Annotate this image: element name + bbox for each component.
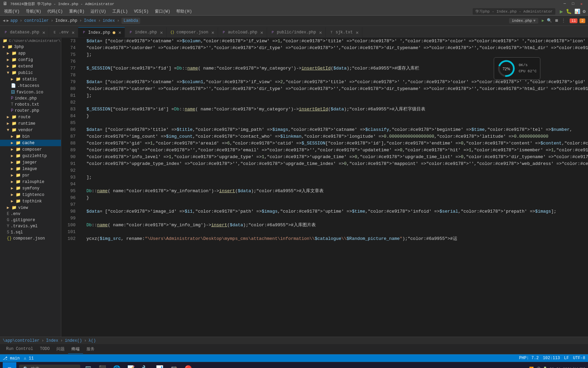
code-line[interactable]: $data = ["color:#ce9178">'image_id' => $…	[85, 208, 588, 215]
sidebar-item-runtime[interactable]: ▶ 📁 runtime	[0, 120, 61, 127]
code-line[interactable]: $data = ["color:#ce9178">'title' => $tit…	[85, 126, 588, 133]
code-line[interactable]: "color:#ce9178">'img_count' => $img_coun…	[85, 133, 588, 140]
code-line[interactable]: "color:#ce9178">'gid' => 1, "color:#ce91…	[85, 140, 588, 147]
taskbar-app1[interactable]: 🔧	[139, 362, 152, 368]
sidebar-item-ralouphie[interactable]: ▶ 📁 ralouphie	[0, 179, 61, 185]
profile-button[interactable]: 📊	[574, 9, 580, 14]
status-position[interactable]: 102:113	[543, 356, 560, 361]
code-line[interactable]: Db::name( name: "color:#ce9178">'my_info…	[85, 222, 588, 229]
run-config-play[interactable]: ▶	[542, 18, 544, 23]
code-line[interactable]: "color:#ce9178">'catorder' => "color:#ce…	[85, 45, 588, 51]
file-selector-chevron[interactable]: ▼	[533, 19, 536, 23]
taskbar-app4[interactable]: 🔴	[182, 362, 195, 368]
breadcrumb-bottom-controller[interactable]: \app\controller	[3, 338, 39, 343]
breadcrumb-app[interactable]: app	[10, 18, 18, 23]
menu-item-vcs[interactable]: VCS(S)	[131, 9, 151, 15]
code-line[interactable]: "color:#ce9178">'info_level' => 1, "colo…	[85, 154, 588, 160]
tab-index-php2[interactable]: P index.php ✕	[125, 27, 166, 37]
breadcrumb-index[interactable]: Index	[84, 18, 96, 23]
code-line[interactable]	[85, 99, 588, 106]
tab-env[interactable]: E .env ✕	[49, 27, 78, 37]
code-line[interactable]: Db::name( name: "color:#ce9178">'my_info…	[85, 188, 588, 195]
sidebar-item-psr[interactable]: ▶ 📁 psr	[0, 172, 61, 179]
tab-database-php[interactable]: P database.php ✕	[0, 27, 49, 37]
sidebar-item-topthink[interactable]: ▶ 📁 topthink	[0, 198, 61, 204]
sidebar-item-symfony[interactable]: ▶ 📁 symfony	[0, 185, 61, 191]
status-encoding[interactable]: UTF-8	[573, 356, 585, 361]
breadcrumb-controller[interactable]: controller	[24, 18, 49, 23]
sidebar-item-composer-json[interactable]: {} composer.json	[0, 235, 61, 242]
taskbar-app3[interactable]: 🎮	[167, 362, 180, 368]
breadcrumb-bottom-index-fn[interactable]: index()	[65, 338, 82, 343]
menu-item-run[interactable]: 运行(U)	[88, 8, 109, 15]
sidebar-item-guzzlehttp[interactable]: ▶ 📁 guzzlehttp	[0, 153, 61, 159]
minimize-button[interactable]: ─	[561, 2, 569, 6]
panel-tab-run-control[interactable]: Run Control	[3, 345, 36, 353]
taskbar-phpstorm[interactable]: 💻	[82, 362, 95, 368]
sidebar-item-static[interactable]: ▶ 📁 static	[0, 76, 61, 82]
sidebar-item-robots[interactable]: T robots.txt	[0, 102, 61, 108]
taskbar-date[interactable]: 2021/11/02	[563, 367, 585, 368]
sidebar-item-config[interactable]: ▶ 📁 config	[0, 57, 61, 63]
code-line[interactable]: "color:#ce9178">'upgrade_type_index' => …	[85, 160, 588, 167]
code-line[interactable]: }	[85, 113, 588, 120]
taskbar-network-icon[interactable]: 📶	[529, 367, 534, 368]
sidebar-item-router[interactable]: P router.php	[0, 108, 61, 114]
maximize-button[interactable]: □	[569, 2, 577, 6]
tab-composer-json[interactable]: {} composer.json ✕	[167, 27, 218, 37]
taskbar-app2[interactable]: 📊	[153, 362, 166, 368]
menu-item-view[interactable]: 视图(V)	[1, 8, 22, 15]
sidebar-item-route[interactable]: ▶ 📁 route	[0, 114, 61, 120]
tab-index-php-active[interactable]: P Index.php ✕	[78, 27, 125, 37]
sidebar-item-public[interactable]: ▼ 📁 public	[0, 70, 61, 76]
taskbar-time[interactable]: 20:01	[550, 367, 561, 368]
menu-item-code[interactable]: 代码(C)	[45, 8, 66, 15]
tab-autoload-php[interactable]: P autoload.php ✕	[218, 27, 267, 37]
run-config-debug[interactable]: 🔍	[547, 18, 552, 23]
sidebar-item-sql[interactable]: S 1.sql	[0, 229, 61, 235]
status-line-ending[interactable]: LF	[564, 356, 569, 361]
sidebar-root[interactable]: 📁 C:\Users\Administrator\	[0, 38, 61, 44]
taskbar-notes[interactable]: 📝	[125, 362, 137, 368]
taskbar-terminal[interactable]: ⬛	[96, 362, 109, 368]
run-button[interactable]: ▶	[560, 8, 563, 15]
sidebar-item-gitignore[interactable]: G .gitignore	[0, 217, 61, 223]
file-selector[interactable]: index.php	[512, 19, 532, 23]
sidebar-item-view[interactable]: ▶ 📁 view	[0, 204, 61, 211]
menu-item-window[interactable]: 窗口(W)	[152, 8, 173, 15]
status-errors[interactable]: ⚠ 11	[24, 356, 34, 361]
code-line[interactable]: "color:#ce9178">'qq' => "color:#ce9178">…	[85, 147, 588, 154]
start-button[interactable]: ⊞	[3, 362, 16, 368]
sidebar-item-composer-vendor[interactable]: ▶ 📁 composer	[0, 146, 61, 153]
breadcrumb-bottom-index[interactable]: Index	[46, 338, 58, 343]
menu-item-tools[interactable]: 工具(L)	[110, 8, 131, 15]
code-line[interactable]: ycxz($img_src, rename: "\Users\Administr…	[85, 235, 588, 242]
taskbar-battery-icon[interactable]: 🔋	[543, 367, 548, 368]
sidebar-item-public-index-php[interactable]: P index.php	[0, 95, 61, 102]
code-line[interactable]: ];	[85, 92, 588, 99]
code-line[interactable]	[85, 120, 588, 126]
code-line[interactable]	[85, 167, 588, 174]
back-button[interactable]: ◀	[3, 18, 5, 23]
sidebar-item-tightenco[interactable]: ▶ 📁 tightenco	[0, 191, 61, 198]
sidebar-item-app[interactable]: ▶ 📁 app	[0, 50, 61, 57]
code-line[interactable]: ];	[85, 174, 588, 181]
run-config-menu[interactable]: ⋮	[561, 18, 566, 23]
code-line[interactable]	[85, 201, 588, 208]
sidebar-item-bin[interactable]: ▶ 📁 bin	[0, 133, 61, 140]
run-config-stop[interactable]: ⏹	[555, 18, 559, 23]
code-line[interactable]: $data = ["color:#ce9178">'catname' => $c…	[85, 79, 588, 86]
sidebar-item-extend[interactable]: ▶ 📁 extend	[0, 63, 61, 70]
panel-tab-todo[interactable]: TODO	[36, 345, 53, 353]
menu-item-refactor[interactable]: 重构(B)	[66, 8, 87, 15]
search-box[interactable]: 🔍 搜索	[19, 365, 80, 368]
panel-tab-terminal[interactable]: 终端	[68, 345, 83, 354]
sidebar-item-3php[interactable]: ▶ 📁 3php	[0, 44, 61, 50]
breadcrumb-indexfn[interactable]: index	[103, 18, 115, 23]
breadcrumb-lambda[interactable]: Lambda	[121, 18, 140, 24]
taskbar-chrome[interactable]: 🌐	[110, 362, 123, 368]
sidebar-item-favicon[interactable]: 🖼 favicon.ico	[0, 89, 61, 95]
taskbar-volume-icon[interactable]: 🔊	[536, 367, 541, 368]
code-line[interactable]: $data = ["color:#ce9178">'catname' => $c…	[85, 38, 588, 45]
sidebar-item-env-file[interactable]: E .env	[0, 211, 61, 217]
